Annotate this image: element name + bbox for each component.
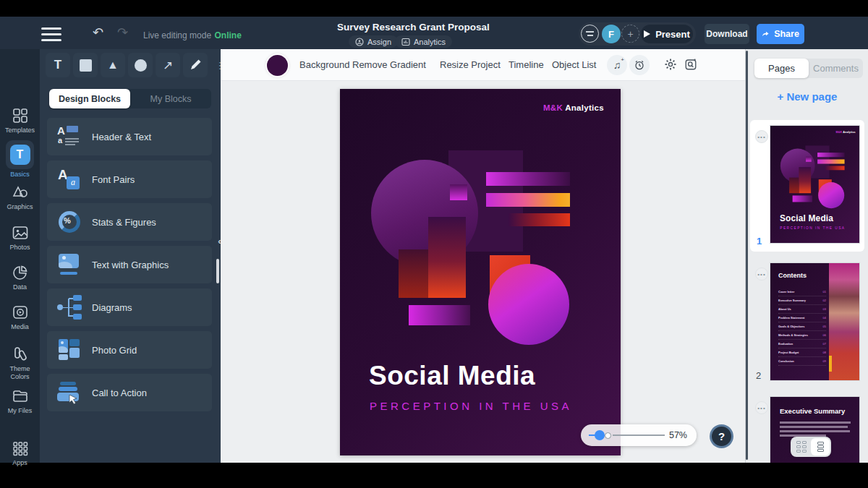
shape-bottom-magenta-bar[interactable] — [409, 305, 470, 325]
tab-pages[interactable]: Pages — [754, 59, 809, 78]
background-button[interactable]: Background — [299, 59, 349, 70]
zoom-slider-marker[interactable] — [605, 432, 611, 439]
hamburger-icon — [41, 27, 61, 30]
shape-orange-bar[interactable] — [486, 193, 570, 207]
add-collaborator-button[interactable]: + — [621, 25, 639, 43]
page1-thumbnail[interactable]: M&K Analytics Social Media PERCEPTION IN… — [770, 125, 860, 244]
download-button[interactable]: Download — [705, 24, 749, 44]
assign-button[interactable]: Assign — [349, 35, 398, 48]
block-item-call-to-action[interactable]: Call to Action — [47, 374, 212, 411]
remove-gradient-button[interactable]: Remove Gradient — [352, 59, 426, 70]
shape-magenta-bar[interactable] — [486, 172, 570, 186]
undo-button[interactable]: ↶ — [93, 26, 103, 39]
user-avatar[interactable]: F — [602, 25, 621, 43]
sidebar-item-theme-colors[interactable]: Theme Colors — [0, 346, 40, 381]
page2-options-button[interactable]: ••• — [755, 267, 768, 281]
circle-icon — [135, 59, 147, 72]
draw-tool-button[interactable] — [183, 53, 208, 77]
cursor-icon — [69, 395, 78, 405]
resize-project-button[interactable]: Resize Project — [440, 59, 501, 70]
add-music-button[interactable]: ♫ + — [607, 55, 627, 75]
tab-my-blocks[interactable]: My Blocks — [130, 89, 211, 108]
document-title[interactable]: Survey Research Grant Proposal — [337, 22, 490, 33]
shape-dark-red-rect[interactable] — [399, 249, 428, 298]
square-tool-button[interactable] — [73, 53, 98, 77]
object-list-button[interactable]: Object List — [552, 59, 596, 70]
shape-red-bar[interactable] — [509, 213, 570, 226]
sidebar-item-media[interactable]: Media — [0, 304, 40, 331]
diagrams-icon — [57, 295, 82, 320]
page1-options-button[interactable]: ••• — [755, 130, 768, 143]
analytics-button[interactable]: Analytics — [395, 35, 452, 48]
triangle-tool-button[interactable]: ▲ — [101, 53, 125, 77]
block-item-photo-grid[interactable]: Photo Grid — [47, 331, 212, 369]
photo-grid-icon — [57, 338, 82, 362]
background-color-swatch[interactable] — [267, 55, 288, 76]
block-item-text-with-graphics[interactable]: Text with Graphics — [47, 246, 212, 283]
page2-number: 2 — [756, 370, 761, 381]
online-status: Online — [215, 30, 242, 40]
block-item-header-text[interactable]: A a Header & Text — [47, 118, 212, 155]
slide-title[interactable]: Social Media — [369, 361, 535, 391]
zoom-percentage: 57% — [669, 430, 687, 440]
sidebar-item-graphics[interactable]: Graphics — [0, 184, 40, 211]
tab-design-blocks[interactable]: Design Blocks — [49, 89, 130, 108]
sidebar-item-data[interactable]: Data — [0, 264, 40, 291]
canvas-area[interactable]: M&K Analytics Social Media PERCEPTION IN… — [221, 81, 745, 463]
pages-scrollbar[interactable] — [746, 51, 748, 460]
preview-search-button[interactable] — [684, 58, 697, 74]
graphics-shapes-icon — [12, 184, 29, 201]
font-pairs-icon: A a — [57, 167, 82, 192]
redo-button[interactable]: ↷ — [117, 26, 128, 39]
tab-comments[interactable]: Comments — [809, 59, 863, 78]
list-view-button[interactable] — [811, 438, 830, 455]
sidebar-item-apps[interactable]: Apps — [0, 440, 40, 467]
text-tool-button[interactable]: T — [46, 53, 70, 77]
stats-figures-icon: % — [57, 210, 82, 234]
sidebar-item-templates[interactable]: Templates — [0, 107, 40, 134]
gear-icon — [664, 58, 677, 71]
block-item-stats-figures[interactable]: % Stats & Figures — [47, 203, 212, 241]
main-menu-button[interactable] — [41, 27, 61, 41]
header-text-icon: A a — [57, 124, 82, 149]
page2-thumbnail[interactable]: Contents Cover letter01 Executive Summar… — [770, 262, 860, 381]
arrow-line-icon: ↗ — [163, 58, 173, 73]
triangle-icon: ▲ — [107, 59, 119, 72]
shape-magenta-square[interactable] — [450, 184, 467, 200]
right-tabs: Pages Comments — [754, 59, 863, 78]
settings-button[interactable] — [664, 58, 677, 74]
block-item-diagrams[interactable]: Diagrams — [47, 288, 212, 326]
slide-background[interactable]: M&K Analytics Social Media PERCEPTION IN… — [340, 89, 621, 455]
comment-icon[interactable] — [581, 25, 599, 43]
sidebar-item-my-files[interactable]: My Files — [0, 388, 40, 415]
timeline-button[interactable]: Timeline — [509, 59, 544, 70]
slide-brand[interactable]: M&K Analytics — [543, 103, 604, 112]
timer-button[interactable] — [629, 55, 650, 75]
pages-panel: Pages Comments + New page ••• — [745, 49, 868, 463]
sidebar-item-photos[interactable]: Photos — [0, 224, 40, 252]
page3-options-button[interactable]: ••• — [755, 401, 768, 414]
panel-scrollbar[interactable] — [216, 259, 219, 283]
new-page-button[interactable]: + New page — [746, 90, 868, 103]
search-preview-icon — [684, 58, 697, 71]
line-tool-button[interactable]: ↗ — [156, 53, 180, 77]
present-label: Present — [655, 29, 690, 40]
square-icon — [80, 59, 92, 72]
list-view-icon — [817, 441, 824, 453]
share-button[interactable]: Share — [757, 24, 804, 44]
zoom-slider-track[interactable] — [613, 435, 665, 436]
thumb2-title: Contents — [778, 272, 807, 279]
slide[interactable]: M&K Analytics Social Media PERCEPTION IN… — [340, 89, 621, 455]
circle-tool-button[interactable] — [128, 53, 153, 77]
present-button[interactable]: Present — [641, 25, 693, 43]
slide-subtitle[interactable]: PERCEPTION IN THE USA — [370, 400, 572, 412]
grid-view-button[interactable] — [792, 438, 811, 455]
block-item-font-pairs[interactable]: A a Font Pairs — [47, 160, 212, 198]
help-button[interactable]: ? — [710, 424, 733, 448]
shape-magenta-circle[interactable] — [488, 264, 569, 345]
thumb1-subtitle: PERCEPTION IN THE USA — [780, 226, 845, 230]
sidebar-item-basics[interactable]: T Basics — [0, 145, 40, 179]
live-editing-label: Live editing mode — [143, 30, 211, 40]
shape-tall-red-rect[interactable] — [428, 217, 466, 298]
zoom-slider-handle[interactable] — [595, 430, 605, 440]
